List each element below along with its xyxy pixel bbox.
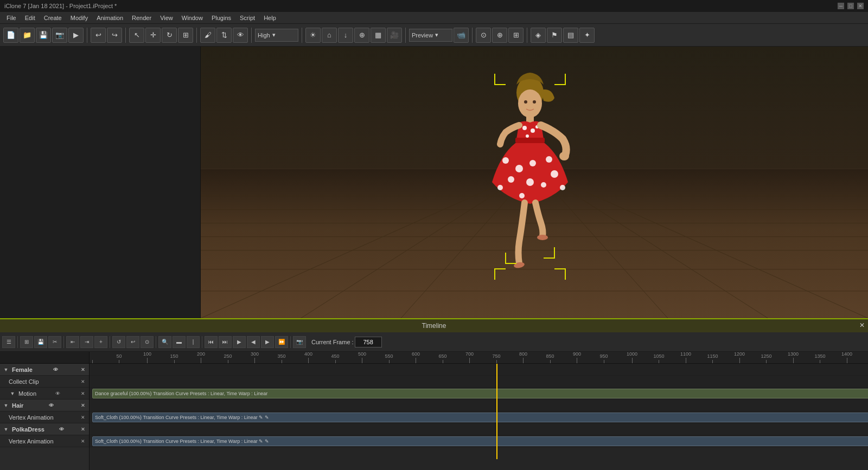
scene-button[interactable]: ⊕: [354, 28, 369, 43]
hair-vertex-track-content[interactable]: Soft_Cloth (100.00%) Transition Curve Pr…: [90, 411, 868, 423]
female-expand-icon[interactable]: ▼: [2, 366, 10, 374]
viewport[interactable]: [201, 47, 868, 318]
home-button[interactable]: ⌂: [322, 28, 337, 43]
tl-clip-btn[interactable]: ✂: [48, 336, 61, 348]
track-area[interactable]: 5010015020025030035040045050055060065070…: [90, 352, 868, 470]
cam-button[interactable]: 🎥: [387, 28, 402, 43]
flag-button[interactable]: ⚑: [547, 28, 562, 43]
menu-animation[interactable]: Animation: [92, 14, 127, 22]
redo-button[interactable]: ↪: [107, 28, 122, 43]
quality-chevron-icon: ▾: [272, 31, 276, 38]
tool1-button[interactable]: ⊙: [476, 28, 491, 43]
select-button[interactable]: ↖: [129, 28, 144, 43]
current-frame-input[interactable]: [355, 337, 382, 347]
polka-expand-icon[interactable]: ▼: [2, 426, 10, 433]
tl-add-btn[interactable]: +: [94, 336, 107, 348]
motion-close-icon[interactable]: ✕: [79, 390, 87, 397]
move-button[interactable]: ✛: [145, 28, 161, 43]
preview-dropdown[interactable]: Preview ▾: [409, 29, 452, 42]
action3-button[interactable]: ▤: [563, 28, 578, 43]
tl-next-frame-btn[interactable]: ⇥: [80, 336, 93, 348]
polka-vertex-clip[interactable]: Soft_Cloth (100.00%) Transition Curve Pr…: [92, 436, 868, 446]
tl-next-btn[interactable]: ▶: [261, 336, 274, 348]
sep7: [472, 28, 473, 43]
undo-button[interactable]: ↩: [91, 28, 106, 43]
menu-create[interactable]: Create: [40, 14, 66, 22]
collect-clip-close-icon[interactable]: ✕: [79, 378, 87, 385]
svg-point-36: [541, 182, 546, 188]
window-controls[interactable]: ─ □ ✕: [838, 3, 864, 9]
menu-edit[interactable]: Edit: [21, 14, 40, 22]
polka-close-icon[interactable]: ✕: [79, 426, 87, 433]
save-button[interactable]: 💾: [36, 28, 51, 43]
tl-prev-btn[interactable]: ◀: [247, 336, 260, 348]
menu-modify[interactable]: Modify: [66, 14, 92, 22]
paint-button[interactable]: 🖌: [200, 28, 215, 43]
tl-prev-frame-btn[interactable]: ⇤: [66, 336, 79, 348]
tl-end-btn[interactable]: ⏩: [275, 336, 288, 348]
menu-view[interactable]: View: [156, 14, 177, 22]
motion-track-content[interactable]: Dance graceful (100.00%) Transition Curv…: [90, 388, 868, 400]
maximize-button[interactable]: □: [847, 3, 854, 9]
tool3-button[interactable]: ⊞: [508, 28, 524, 43]
new-button[interactable]: 📄: [3, 28, 18, 43]
menu-script[interactable]: Script: [235, 14, 259, 22]
menu-render[interactable]: Render: [127, 14, 156, 22]
hair-eye-icon[interactable]: 👁: [48, 402, 55, 409]
motion-expand-icon[interactable]: ▼: [9, 390, 16, 397]
ruler-mark: 1300: [788, 352, 799, 363]
svg-rect-28: [515, 138, 545, 143]
menu-file[interactable]: File: [2, 14, 21, 22]
tl-save-btn[interactable]: 💾: [34, 336, 47, 348]
tl-bar2-btn[interactable]: |: [187, 336, 200, 348]
polka-eye-icon[interactable]: 👁: [58, 426, 66, 433]
motion-eye-icon[interactable]: 👁: [54, 390, 62, 397]
female-close-icon[interactable]: ✕: [79, 366, 87, 374]
tl-motion-btn[interactable]: ⊙: [141, 336, 154, 348]
track-polkadress: ▼ PolkaDress 👁 ✕: [0, 423, 89, 435]
menu-window[interactable]: Window: [177, 14, 207, 22]
polka-vertex-track-content[interactable]: Soft_Cloth (100.00%) Transition Curve Pr…: [90, 435, 868, 447]
close-button[interactable]: ✕: [857, 3, 864, 9]
screenshot-button[interactable]: 📷: [52, 28, 67, 43]
polka-vertex-clip-label: Soft_Cloth (100.00%) Transition Curve Pr…: [95, 439, 269, 444]
hair-vertex-clip[interactable]: Soft_Cloth (100.00%) Transition Curve Pr…: [92, 413, 868, 422]
tl-cam-btn[interactable]: 📷: [293, 336, 306, 348]
hair-vertex-close-icon[interactable]: ✕: [79, 414, 87, 421]
tl-grid-btn[interactable]: ⊞: [20, 336, 33, 348]
grid-button[interactable]: ▦: [371, 28, 386, 43]
menu-help[interactable]: Help: [259, 14, 280, 22]
menu-bar: File Edit Create Modify Animation Render…: [0, 12, 868, 24]
polka-vertex-close-icon[interactable]: ✕: [79, 437, 87, 445]
action1-button[interactable]: ◈: [531, 28, 546, 43]
minimize-button[interactable]: ─: [838, 3, 844, 9]
tool2-button[interactable]: ⊕: [492, 28, 507, 43]
eye-button[interactable]: 👁: [233, 28, 248, 43]
tl-skipend-btn[interactable]: ⏭: [219, 336, 232, 348]
hair-expand-icon[interactable]: ▼: [2, 402, 10, 409]
tl-play-btn[interactable]: ▶: [233, 336, 246, 348]
rotate-button[interactable]: ↻: [162, 28, 177, 43]
dl-button[interactable]: ↓: [338, 28, 353, 43]
action4-button[interactable]: ✦: [579, 28, 595, 43]
ruler-mark: 1200: [734, 352, 745, 363]
tl-loop-btn[interactable]: ↺: [112, 336, 125, 348]
move2-button[interactable]: ⇅: [216, 28, 232, 43]
quality-dropdown[interactable]: High ▾: [255, 29, 298, 42]
playhead[interactable]: [496, 364, 497, 459]
video-button[interactable]: 📹: [454, 28, 469, 43]
sun-button[interactable]: ☀: [305, 28, 321, 43]
tl-skipstart-btn[interactable]: ⏮: [205, 336, 218, 348]
female-eye-icon[interactable]: 👁: [52, 366, 60, 374]
open-button[interactable]: 📁: [20, 28, 35, 43]
motion-clip[interactable]: Dance graceful (100.00%) Transition Curv…: [92, 389, 868, 398]
tl-undo-btn[interactable]: ↩: [126, 336, 139, 348]
tl-menu-btn[interactable]: ☰: [2, 336, 15, 348]
hair-close-icon[interactable]: ✕: [79, 402, 87, 409]
record-button[interactable]: ▶: [68, 28, 84, 43]
timeline-close-button[interactable]: ✕: [859, 321, 865, 329]
tl-bar-btn[interactable]: ▬: [173, 336, 186, 348]
menu-plugins[interactable]: Plugins: [207, 14, 235, 22]
tl-zoom-in-btn[interactable]: 🔍: [158, 336, 171, 348]
scale-button[interactable]: ⊞: [178, 28, 193, 43]
